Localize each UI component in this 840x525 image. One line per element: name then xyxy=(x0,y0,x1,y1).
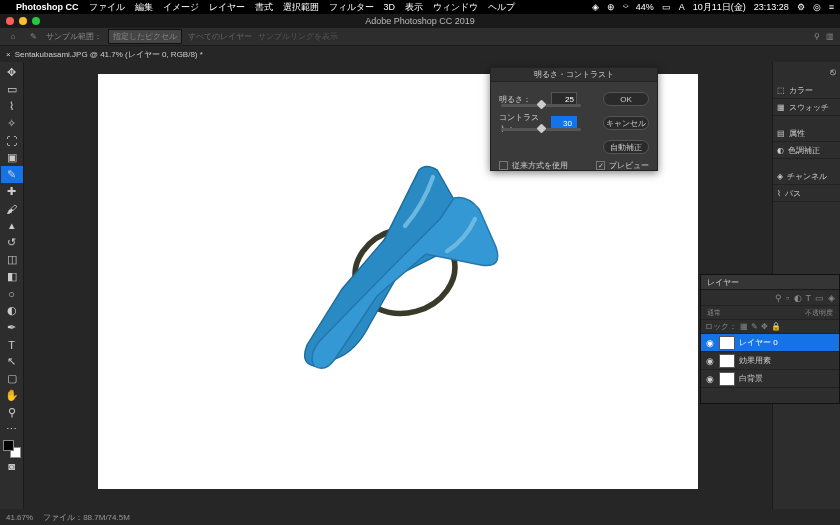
auto-button[interactable]: 自動補正 xyxy=(603,140,649,154)
menu-file[interactable]: ファイル xyxy=(89,1,125,14)
filter-adj-icon[interactable]: ◐ xyxy=(794,293,802,303)
contrast-slider[interactable] xyxy=(501,128,581,131)
stamp-tool[interactable]: ▴ xyxy=(1,217,23,234)
toolbox: ✥ ▭ ⌇ ✧ ⛶ ▣ ✎ ✚ 🖌 ▴ ↺ ◫ ◧ ○ ◐ ✒ T ↖ ▢ ✋ … xyxy=(0,62,24,509)
lasso-tool[interactable]: ⌇ xyxy=(1,98,23,115)
filter-img-icon[interactable]: ▫ xyxy=(786,293,789,303)
lock-move-icon[interactable]: ✥ xyxy=(761,322,768,331)
shape-tool[interactable]: ▢ xyxy=(1,370,23,387)
wifi-icon[interactable]: ◈ xyxy=(592,2,599,12)
close-window[interactable] xyxy=(6,17,14,25)
layer-name[interactable]: 白背景 xyxy=(739,373,763,384)
menu-select[interactable]: 選択範囲 xyxy=(283,1,319,14)
ok-button[interactable]: OK xyxy=(603,92,649,106)
layer-effect[interactable]: ◉ 効果用素 xyxy=(701,352,839,370)
color-panel-tab[interactable]: ⬚カラー xyxy=(773,83,840,99)
hand-tool[interactable]: ✋ xyxy=(1,387,23,404)
frame-tool[interactable]: ▣ xyxy=(1,149,23,166)
move-tool[interactable]: ✥ xyxy=(1,64,23,81)
lock-brush-icon[interactable]: ✎ xyxy=(751,322,758,331)
layer-0[interactable]: ◉ レイヤー 0 xyxy=(701,334,839,352)
color-icon: ⬚ xyxy=(777,86,785,95)
wand-tool[interactable]: ✧ xyxy=(1,115,23,132)
cc-icon[interactable]: ◎ xyxy=(813,2,821,12)
wifi2-icon[interactable]: ⌔ xyxy=(623,2,628,12)
dodge-tool[interactable]: ◐ xyxy=(1,302,23,319)
pen-tool[interactable]: ✒ xyxy=(1,319,23,336)
maximize-window[interactable] xyxy=(32,17,40,25)
layers-sample[interactable]: すべてのレイヤー xyxy=(188,31,252,42)
layers-panel-title[interactable]: レイヤー xyxy=(701,275,839,290)
menu-filter[interactable]: フィルター xyxy=(329,1,374,14)
workspace-icon[interactable]: ▥ xyxy=(826,32,834,41)
menu-3d[interactable]: 3D xyxy=(384,2,396,12)
battery-pct: 44% xyxy=(636,2,654,12)
path-icon: ⌇ xyxy=(777,189,781,198)
filter-smart-icon[interactable]: ◈ xyxy=(828,293,835,303)
layers-panel: レイヤー ⚲ ▫ ◐ T ▭ ◈ 通常不透明度 ロック：▦✎✥🔒 ◉ レイヤー … xyxy=(700,274,840,404)
heal-tool[interactable]: ✚ xyxy=(1,183,23,200)
eraser-tool[interactable]: ◫ xyxy=(1,251,23,268)
search-icon[interactable]: ⚲ xyxy=(814,32,820,41)
sample-ring[interactable]: サンプルリングを表示 xyxy=(258,31,338,42)
visibility-icon[interactable]: ◉ xyxy=(705,338,715,348)
prop-panel-tab[interactable]: ▤属性 xyxy=(773,126,840,142)
spotlight-icon[interactable]: ⚙ xyxy=(797,2,805,12)
lock-pixel-icon[interactable]: ▦ xyxy=(740,322,748,331)
color-swatches[interactable] xyxy=(1,440,23,457)
menubar-date: 10月11日(金) xyxy=(693,1,746,14)
menu-layer[interactable]: レイヤー xyxy=(209,1,245,14)
panel-options-icon[interactable]: ⎋ xyxy=(830,66,836,82)
legacy-checkbox[interactable]: 従来方式を使用 xyxy=(499,160,568,171)
menu-window[interactable]: ウィンドウ xyxy=(433,1,478,14)
lock-all-icon[interactable]: 🔒 xyxy=(771,322,781,331)
brightness-slider[interactable] xyxy=(501,104,581,107)
history-brush-tool[interactable]: ↺ xyxy=(1,234,23,251)
menu-image[interactable]: イメージ xyxy=(163,1,199,14)
gradient-tool[interactable]: ◧ xyxy=(1,268,23,285)
dialog-title: 明るさ・コントラスト xyxy=(491,68,657,82)
filter-icon[interactable]: ⚲ xyxy=(775,293,782,303)
marquee-tool[interactable]: ▭ xyxy=(1,81,23,98)
blur-tool[interactable]: ○ xyxy=(1,285,23,302)
edit-toolbar[interactable]: ⋯ xyxy=(1,421,23,438)
swatch-panel-tab[interactable]: ▦スウォッチ xyxy=(773,100,840,116)
filter-shape-icon[interactable]: ▭ xyxy=(815,293,824,303)
zoom-tool[interactable]: ⚲ xyxy=(1,404,23,421)
visibility-icon[interactable]: ◉ xyxy=(705,356,715,366)
zoom-level[interactable]: 41.67% xyxy=(6,513,33,522)
adjust-panel-tab[interactable]: ◐色調補正 xyxy=(773,143,840,159)
blend-mode[interactable]: 通常 xyxy=(707,308,721,318)
sample-dropdown[interactable]: 指定したピクセル xyxy=(108,29,182,44)
minimize-window[interactable] xyxy=(19,17,27,25)
cancel-button[interactable]: キャンセル xyxy=(603,116,649,130)
ime-icon[interactable]: A xyxy=(679,2,685,12)
channel-panel-tab[interactable]: ◈チャンネル xyxy=(773,169,840,185)
app-name[interactable]: Photoshop CC xyxy=(16,2,79,12)
file-info[interactable]: ファイル：88.7M/74.5M xyxy=(43,512,130,523)
layer-name[interactable]: レイヤー 0 xyxy=(739,337,778,348)
eyedropper-tool[interactable]: ✎ xyxy=(1,166,23,183)
signal-icon[interactable]: ⊕ xyxy=(607,2,615,12)
preview-checkbox[interactable]: ✓プレビュー xyxy=(596,160,649,171)
filter-txt-icon[interactable]: T xyxy=(806,293,812,303)
siri-icon[interactable]: ≡ xyxy=(829,2,834,12)
opacity-label[interactable]: 不透明度 xyxy=(805,308,833,318)
path-tool[interactable]: ↖ xyxy=(1,353,23,370)
brush-tool[interactable]: 🖌 xyxy=(1,200,23,217)
canvas-area[interactable] xyxy=(24,62,772,509)
visibility-icon[interactable]: ◉ xyxy=(705,374,715,384)
document-tab[interactable]: Sentakubasami.JPG @ 41.7% (レイヤー 0, RGB/8… xyxy=(11,49,207,60)
layer-bg[interactable]: ◉ 白背景 xyxy=(701,370,839,388)
tool-preset-icon[interactable]: ✎ xyxy=(26,30,40,44)
menu-help[interactable]: ヘルプ xyxy=(488,1,515,14)
path-panel-tab[interactable]: ⌇パス xyxy=(773,186,840,202)
menu-view[interactable]: 表示 xyxy=(405,1,423,14)
menu-type[interactable]: 書式 xyxy=(255,1,273,14)
home-icon[interactable]: ⌂ xyxy=(6,30,20,44)
crop-tool[interactable]: ⛶ xyxy=(1,132,23,149)
quickmask-tool[interactable]: ◙ xyxy=(1,457,23,474)
text-tool[interactable]: T xyxy=(1,336,23,353)
layer-name[interactable]: 効果用素 xyxy=(739,355,771,366)
menu-edit[interactable]: 編集 xyxy=(135,1,153,14)
